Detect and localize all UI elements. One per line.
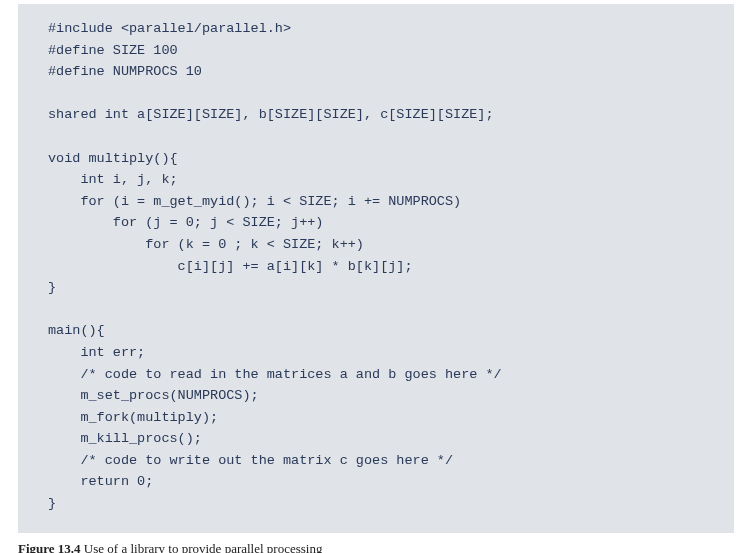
caption-label: Figure 13.4	[18, 541, 81, 553]
code-block: #include <parallel/parallel.h> #define S…	[18, 4, 734, 533]
code-content: #include <parallel/parallel.h> #define S…	[48, 21, 502, 511]
caption-text: Use of a library to provide parallel pro…	[81, 541, 323, 553]
figure-caption: Figure 13.4 Use of a library to provide …	[18, 541, 734, 553]
